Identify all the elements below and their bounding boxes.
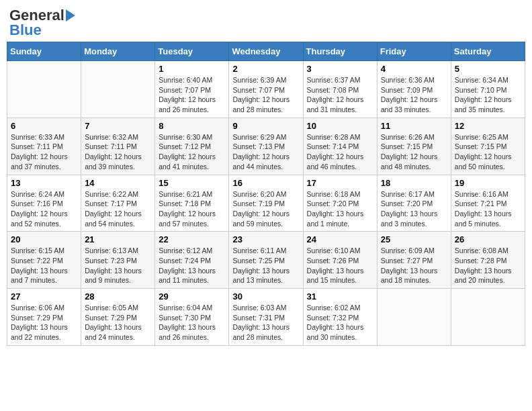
day-number: 19	[455, 178, 521, 188]
day-info: Sunrise: 6:12 AM Sunset: 7:24 PM Dayligh…	[159, 246, 216, 284]
day-info: Sunrise: 6:17 AM Sunset: 7:20 PM Dayligh…	[381, 190, 438, 228]
calendar-week-row: 1Sunrise: 6:40 AM Sunset: 7:07 PM Daylig…	[7, 61, 525, 118]
day-number: 9	[232, 121, 299, 131]
calendar-cell: 1Sunrise: 6:40 AM Sunset: 7:07 PM Daylig…	[155, 61, 229, 118]
day-info: Sunrise: 6:15 AM Sunset: 7:22 PM Dayligh…	[11, 246, 68, 284]
calendar-cell: 4Sunrise: 6:36 AM Sunset: 7:09 PM Daylig…	[377, 61, 451, 118]
calendar-cell: 26Sunrise: 6:08 AM Sunset: 7:28 PM Dayli…	[451, 232, 525, 289]
day-info: Sunrise: 6:25 AM Sunset: 7:15 PM Dayligh…	[455, 133, 512, 171]
day-info: Sunrise: 6:22 AM Sunset: 7:17 PM Dayligh…	[85, 190, 142, 228]
calendar-cell: 19Sunrise: 6:16 AM Sunset: 7:21 PM Dayli…	[451, 175, 525, 232]
calendar-cell	[377, 289, 451, 346]
day-info: Sunrise: 6:24 AM Sunset: 7:16 PM Dayligh…	[11, 190, 68, 228]
calendar-cell: 8Sunrise: 6:30 AM Sunset: 7:12 PM Daylig…	[155, 118, 229, 175]
day-info: Sunrise: 6:37 AM Sunset: 7:08 PM Dayligh…	[307, 76, 364, 113]
day-number: 15	[159, 178, 225, 188]
day-number: 28	[85, 291, 151, 302]
day-info: Sunrise: 6:28 AM Sunset: 7:14 PM Dayligh…	[307, 133, 364, 171]
day-number: 2	[232, 64, 299, 74]
weekday-header-wednesday: Wednesday	[229, 42, 303, 61]
calendar-cell	[81, 61, 155, 118]
calendar-cell: 3Sunrise: 6:37 AM Sunset: 7:08 PM Daylig…	[303, 61, 377, 118]
day-info: Sunrise: 6:18 AM Sunset: 7:20 PM Dayligh…	[307, 190, 364, 228]
day-info: Sunrise: 6:34 AM Sunset: 7:10 PM Dayligh…	[455, 76, 512, 113]
day-info: Sunrise: 6:36 AM Sunset: 7:09 PM Dayligh…	[381, 76, 438, 113]
calendar-cell: 22Sunrise: 6:12 AM Sunset: 7:24 PM Dayli…	[155, 232, 229, 289]
calendar-cell	[451, 289, 525, 346]
day-info: Sunrise: 6:30 AM Sunset: 7:12 PM Dayligh…	[159, 133, 216, 171]
day-info: Sunrise: 6:06 AM Sunset: 7:29 PM Dayligh…	[11, 304, 68, 341]
day-info: Sunrise: 6:29 AM Sunset: 7:13 PM Dayligh…	[232, 133, 290, 171]
calendar-cell: 30Sunrise: 6:03 AM Sunset: 7:31 PM Dayli…	[229, 289, 303, 346]
day-number: 5	[455, 64, 521, 74]
day-info: Sunrise: 6:10 AM Sunset: 7:26 PM Dayligh…	[307, 246, 364, 284]
day-number: 14	[85, 178, 151, 188]
day-number: 20	[11, 234, 77, 244]
weekday-header-sunday: Sunday	[7, 42, 81, 61]
calendar-cell: 24Sunrise: 6:10 AM Sunset: 7:26 PM Dayli…	[303, 232, 377, 289]
calendar-cell: 20Sunrise: 6:15 AM Sunset: 7:22 PM Dayli…	[7, 232, 81, 289]
day-number: 30	[232, 291, 299, 302]
logo-arrow-icon	[66, 9, 75, 21]
day-info: Sunrise: 6:33 AM Sunset: 7:11 PM Dayligh…	[11, 133, 68, 171]
day-number: 23	[232, 234, 299, 244]
calendar-cell: 6Sunrise: 6:33 AM Sunset: 7:11 PM Daylig…	[7, 118, 81, 175]
weekday-header-saturday: Saturday	[451, 42, 525, 61]
day-number: 31	[307, 291, 373, 302]
day-info: Sunrise: 6:08 AM Sunset: 7:28 PM Dayligh…	[455, 246, 512, 284]
page-header: General Blue	[7, 7, 525, 39]
day-info: Sunrise: 6:32 AM Sunset: 7:11 PM Dayligh…	[85, 133, 142, 171]
calendar-cell: 12Sunrise: 6:25 AM Sunset: 7:15 PM Dayli…	[451, 118, 525, 175]
weekday-header-row: SundayMondayTuesdayWednesdayThursdayFrid…	[7, 42, 525, 61]
day-number: 26	[455, 234, 521, 244]
day-info: Sunrise: 6:16 AM Sunset: 7:21 PM Dayligh…	[455, 190, 512, 228]
day-number: 29	[159, 291, 225, 302]
weekday-header-friday: Friday	[377, 42, 451, 61]
day-number: 12	[455, 121, 521, 131]
day-number: 18	[381, 178, 447, 188]
day-info: Sunrise: 6:11 AM Sunset: 7:25 PM Dayligh…	[232, 246, 290, 284]
day-number: 10	[307, 121, 373, 131]
day-number: 24	[307, 234, 373, 244]
calendar-cell: 5Sunrise: 6:34 AM Sunset: 7:10 PM Daylig…	[451, 61, 525, 118]
calendar-cell: 15Sunrise: 6:21 AM Sunset: 7:18 PM Dayli…	[155, 175, 229, 232]
day-info: Sunrise: 6:20 AM Sunset: 7:19 PM Dayligh…	[232, 190, 290, 228]
day-number: 21	[85, 234, 151, 244]
calendar-cell: 2Sunrise: 6:39 AM Sunset: 7:07 PM Daylig…	[229, 61, 303, 118]
calendar-week-row: 6Sunrise: 6:33 AM Sunset: 7:11 PM Daylig…	[7, 118, 525, 175]
weekday-header-thursday: Thursday	[303, 42, 377, 61]
calendar-cell: 23Sunrise: 6:11 AM Sunset: 7:25 PM Dayli…	[229, 232, 303, 289]
calendar-cell: 25Sunrise: 6:09 AM Sunset: 7:27 PM Dayli…	[377, 232, 451, 289]
calendar-table: SundayMondayTuesdayWednesdayThursdayFrid…	[7, 42, 525, 346]
day-info: Sunrise: 6:26 AM Sunset: 7:15 PM Dayligh…	[381, 133, 438, 171]
day-info: Sunrise: 6:09 AM Sunset: 7:27 PM Dayligh…	[381, 246, 438, 284]
day-number: 8	[159, 121, 225, 131]
weekday-header-tuesday: Tuesday	[155, 42, 229, 61]
logo-blue: Blue	[9, 21, 42, 39]
day-info: Sunrise: 6:13 AM Sunset: 7:23 PM Dayligh…	[85, 246, 142, 284]
calendar-week-row: 13Sunrise: 6:24 AM Sunset: 7:16 PM Dayli…	[7, 175, 525, 232]
day-number: 17	[307, 178, 373, 188]
day-number: 27	[11, 291, 77, 302]
calendar-cell: 29Sunrise: 6:04 AM Sunset: 7:30 PM Dayli…	[155, 289, 229, 346]
calendar-cell: 14Sunrise: 6:22 AM Sunset: 7:17 PM Dayli…	[81, 175, 155, 232]
day-info: Sunrise: 6:39 AM Sunset: 7:07 PM Dayligh…	[232, 76, 290, 113]
day-number: 13	[11, 178, 77, 188]
day-info: Sunrise: 6:05 AM Sunset: 7:29 PM Dayligh…	[85, 304, 142, 341]
calendar-cell: 21Sunrise: 6:13 AM Sunset: 7:23 PM Dayli…	[81, 232, 155, 289]
day-number: 6	[11, 121, 77, 131]
calendar-week-row: 20Sunrise: 6:15 AM Sunset: 7:22 PM Dayli…	[7, 232, 525, 289]
day-info: Sunrise: 6:02 AM Sunset: 7:32 PM Dayligh…	[307, 304, 364, 341]
calendar-cell: 27Sunrise: 6:06 AM Sunset: 7:29 PM Dayli…	[7, 289, 81, 346]
day-info: Sunrise: 6:03 AM Sunset: 7:31 PM Dayligh…	[232, 304, 290, 341]
day-number: 7	[85, 121, 151, 131]
day-number: 3	[307, 64, 373, 74]
calendar-cell: 18Sunrise: 6:17 AM Sunset: 7:20 PM Dayli…	[377, 175, 451, 232]
calendar-cell: 11Sunrise: 6:26 AM Sunset: 7:15 PM Dayli…	[377, 118, 451, 175]
calendar-cell: 7Sunrise: 6:32 AM Sunset: 7:11 PM Daylig…	[81, 118, 155, 175]
calendar-cell: 9Sunrise: 6:29 AM Sunset: 7:13 PM Daylig…	[229, 118, 303, 175]
calendar-cell: 10Sunrise: 6:28 AM Sunset: 7:14 PM Dayli…	[303, 118, 377, 175]
calendar-cell: 16Sunrise: 6:20 AM Sunset: 7:19 PM Dayli…	[229, 175, 303, 232]
calendar-cell: 28Sunrise: 6:05 AM Sunset: 7:29 PM Dayli…	[81, 289, 155, 346]
day-number: 16	[232, 178, 299, 188]
